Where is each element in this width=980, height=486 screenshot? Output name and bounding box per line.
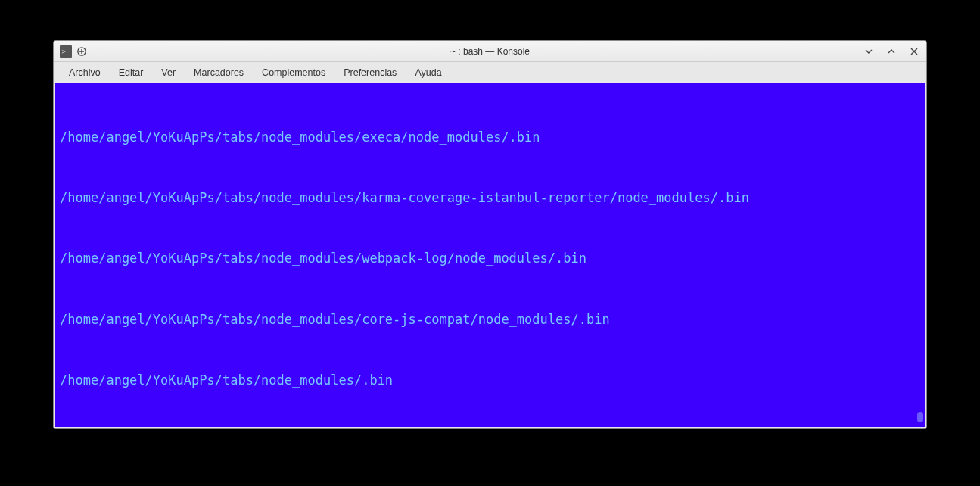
output-line: /home/angel/YoKuApPs/tabs/node_modules/.… <box>60 370 920 391</box>
titlebar-left: >_ <box>60 45 135 58</box>
menu-preferencias[interactable]: Preferencias <box>334 64 406 81</box>
menu-marcadores[interactable]: Marcadores <box>185 64 253 81</box>
terminal-icon: >_ <box>60 45 72 58</box>
minimize-button[interactable] <box>863 45 875 58</box>
titlebar[interactable]: >_ ~ : bash — Konsole <box>54 41 926 62</box>
output-line: /home/angel/YoKuApPs/tabs/node_modules/w… <box>60 248 920 269</box>
menu-archivo[interactable]: Archivo <box>60 64 110 81</box>
new-tab-icon[interactable] <box>76 46 87 57</box>
konsole-window: >_ ~ : bash — Konsole Archivo Editar Ver… <box>53 40 927 429</box>
menu-ver[interactable]: Ver <box>152 64 185 81</box>
window-title: ~ : bash — Konsole <box>135 46 845 57</box>
maximize-button[interactable] <box>885 45 898 58</box>
menu-complementos[interactable]: Complementos <box>253 64 334 81</box>
window-controls <box>845 45 920 58</box>
menu-editar[interactable]: Editar <box>110 64 153 81</box>
menu-ayuda[interactable]: Ayuda <box>406 64 450 81</box>
output-line: /home/angel/YoKuApPs/tabs/node_modules/k… <box>60 188 920 208</box>
menubar: Archivo Editar Ver Marcadores Complement… <box>54 62 926 83</box>
scrollbar-handle[interactable] <box>917 412 923 422</box>
output-line: /home/angel/YoKuApPs/tabs/node_modules/e… <box>60 127 920 148</box>
output-line: /home/angel/YoKuApPs/tabs/node_modules/c… <box>60 310 920 330</box>
close-button[interactable] <box>908 45 920 58</box>
terminal-viewport[interactable]: /home/angel/YoKuApPs/tabs/node_modules/e… <box>54 83 926 428</box>
